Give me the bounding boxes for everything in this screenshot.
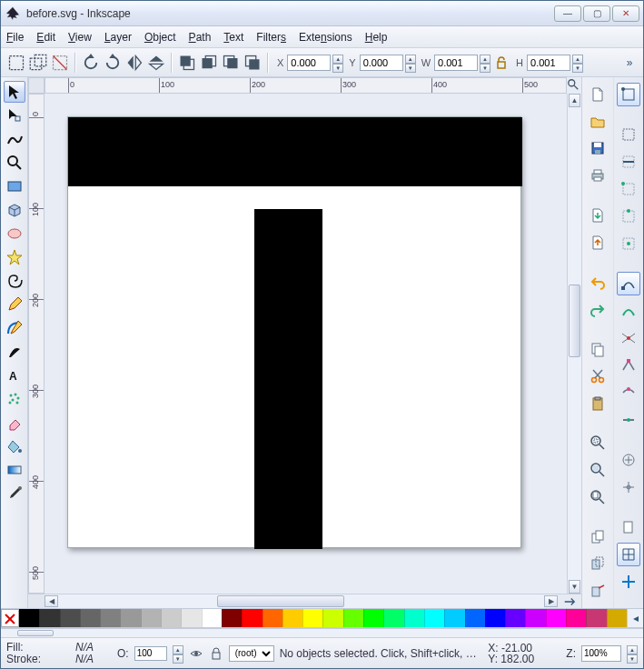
menu-file[interactable]: File	[6, 31, 24, 44]
duplicate-icon[interactable]	[586, 525, 609, 549]
swatch[interactable]	[80, 609, 100, 627]
open-icon[interactable]	[586, 110, 609, 134]
palette-scrollbar[interactable]	[1, 628, 643, 637]
horizontal-scrollbar[interactable]: ◀ ▶	[45, 594, 558, 608]
swatch[interactable]	[100, 609, 120, 627]
snap-grid-icon[interactable]	[617, 543, 640, 566]
star-tool-icon[interactable]	[4, 246, 25, 268]
swatch[interactable]	[404, 609, 424, 627]
box3d-tool-icon[interactable]	[4, 199, 25, 221]
zoom-fit-selection-icon[interactable]	[586, 431, 609, 454]
menu-object[interactable]: Object	[144, 31, 176, 44]
swatch[interactable]	[141, 609, 161, 627]
scroll-corner-icon[interactable]	[558, 594, 581, 608]
swatch[interactable]	[322, 609, 342, 627]
vertical-scroll-thumb[interactable]	[569, 285, 580, 357]
bezier-tool-icon[interactable]	[4, 317, 25, 339]
snap-line-midpoint-icon[interactable]	[617, 408, 640, 432]
swatch[interactable]	[546, 609, 566, 627]
selector-tool-icon[interactable]	[4, 81, 25, 103]
swatch[interactable]	[202, 609, 222, 627]
snap-bbox-edge-icon[interactable]	[617, 150, 640, 174]
spray-tool-icon[interactable]	[4, 388, 25, 410]
swatch[interactable]	[363, 609, 383, 627]
zoom-fit-drawing-icon[interactable]	[586, 458, 609, 482]
h-spinner[interactable]: ▲▼	[572, 55, 583, 71]
close-button[interactable]: ✕	[612, 5, 639, 22]
flip-h-icon[interactable]	[124, 53, 144, 73]
swatch[interactable]	[566, 609, 586, 627]
node-tool-icon[interactable]	[4, 105, 25, 126]
copy-icon[interactable]	[586, 337, 609, 361]
snap-path-icon[interactable]	[617, 299, 640, 323]
rect-tool-icon[interactable]	[4, 175, 25, 197]
print-icon[interactable]	[586, 164, 609, 187]
import-icon[interactable]	[586, 204, 609, 227]
swatch[interactable]	[607, 609, 627, 627]
swatch[interactable]	[302, 609, 322, 627]
zoom-tool-icon[interactable]	[4, 152, 25, 174]
snap-bbox-midpoint-icon[interactable]	[617, 205, 640, 228]
swatch[interactable]	[444, 609, 464, 627]
black-rect-horizontal[interactable]	[68, 117, 522, 186]
flip-v-icon[interactable]	[146, 53, 166, 73]
snap-bbox-center-icon[interactable]	[617, 232, 640, 255]
layer-lock-icon[interactable]	[209, 646, 223, 661]
eraser-tool-icon[interactable]	[4, 412, 25, 434]
horizontal-scroll-thumb[interactable]	[217, 595, 344, 607]
snap-nodes-icon[interactable]	[617, 272, 640, 295]
swatch[interactable]	[39, 609, 59, 627]
new-doc-icon[interactable]	[586, 83, 609, 106]
titlebar[interactable]: before.svg - Inkscape — ▢ ✕	[1, 1, 643, 26]
select-all-icon[interactable]	[6, 53, 26, 73]
zoom-spinner[interactable]: ▲▼	[627, 645, 638, 662]
menu-extensions[interactable]: Extensions	[299, 31, 352, 44]
lower-icon[interactable]	[221, 53, 241, 73]
rotate-cw-icon[interactable]	[103, 53, 123, 73]
cut-icon[interactable]	[586, 364, 609, 388]
text-tool-icon[interactable]: A	[4, 364, 25, 386]
swatch[interactable]	[485, 609, 505, 627]
y-input[interactable]	[360, 55, 403, 71]
save-icon[interactable]	[586, 137, 609, 161]
swatch[interactable]	[282, 609, 302, 627]
snap-page-border-icon[interactable]	[617, 515, 640, 539]
swatch[interactable]	[586, 609, 606, 627]
ruler-vertical[interactable]: 0100200300400500	[28, 94, 45, 594]
layer-visible-icon[interactable]	[189, 646, 203, 661]
redo-icon[interactable]	[586, 297, 609, 321]
menu-view[interactable]: View	[68, 31, 92, 44]
tweak-tool-icon[interactable]	[4, 128, 25, 150]
pencil-tool-icon[interactable]	[4, 294, 25, 315]
lower-bottom-icon[interactable]	[243, 53, 263, 73]
select-all-layers-icon[interactable]	[28, 53, 48, 73]
x-input[interactable]	[287, 55, 331, 71]
swatch[interactable]	[505, 609, 525, 627]
menu-filters[interactable]: Filters	[256, 31, 286, 44]
menu-edit[interactable]: Edit	[36, 31, 55, 44]
swatch[interactable]	[424, 609, 444, 627]
spiral-tool-icon[interactable]	[4, 270, 25, 292]
swatch[interactable]	[465, 609, 485, 627]
menu-layer[interactable]: Layer	[104, 31, 132, 44]
snap-smooth-icon[interactable]	[617, 381, 640, 404]
w-spinner[interactable]: ▲▼	[480, 55, 490, 71]
y-spinner[interactable]: ▲▼	[405, 55, 416, 71]
h-input[interactable]	[527, 55, 570, 71]
x-spinner[interactable]: ▲▼	[332, 55, 343, 71]
swatch[interactable]	[60, 609, 80, 627]
swatch[interactable]	[242, 609, 262, 627]
snap-bbox-corner-icon[interactable]	[617, 177, 640, 201]
snap-intersection-icon[interactable]	[617, 326, 640, 350]
unlink-clone-icon[interactable]	[586, 579, 609, 603]
snap-enable-icon[interactable]	[617, 83, 640, 106]
raise-top-icon[interactable]	[177, 53, 197, 73]
snap-cusp-icon[interactable]	[617, 354, 640, 377]
vertical-scrollbar[interactable]: ▲ ▼	[567, 94, 581, 594]
swatch[interactable]	[161, 609, 181, 627]
paste-icon[interactable]	[586, 392, 609, 415]
ellipse-tool-icon[interactable]	[4, 223, 25, 245]
snap-bbox-icon[interactable]	[617, 123, 640, 146]
toolbar-overflow-icon[interactable]: »	[621, 53, 638, 73]
swatch[interactable]	[383, 609, 403, 627]
